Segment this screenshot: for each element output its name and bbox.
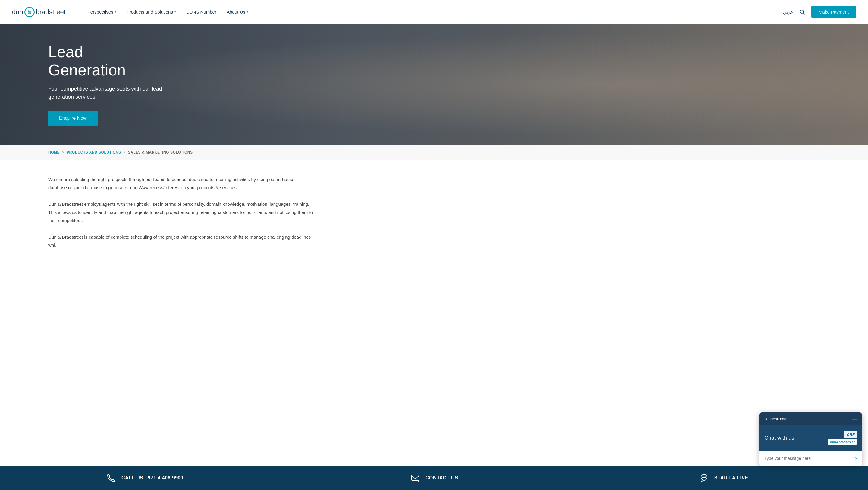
- search-icon: [799, 9, 805, 15]
- hero-content: Lead Generation Your competitive advanta…: [0, 43, 211, 126]
- hero-subtitle: Your competitive advantage starts with o…: [48, 85, 163, 101]
- navbar-left: dun & bradstreet Perspectives ▾ Products…: [12, 6, 252, 18]
- make-payment-button[interactable]: Make Payment: [811, 6, 856, 18]
- nav-about-us[interactable]: About Us ▾: [223, 6, 252, 18]
- logo-bradstreet: bradstreet: [36, 8, 66, 16]
- svg-point-0: [800, 10, 804, 13]
- content-paragraph-3: Dun & Bradstreet is capable of complete …: [48, 233, 313, 249]
- arabic-link[interactable]: عربي: [783, 9, 793, 15]
- content-paragraph-1: We ensure selecting the right prospects …: [48, 175, 313, 192]
- hero-section: Lead Generation Your competitive advanta…: [0, 24, 868, 145]
- chevron-down-icon: ▾: [174, 10, 176, 14]
- breadcrumb-home[interactable]: HOME: [48, 150, 60, 154]
- main-content: We ensure selecting the right prospects …: [0, 160, 362, 273]
- main-nav: Perspectives ▾ Products and Solutions ▾ …: [84, 6, 252, 18]
- nav-products-solutions[interactable]: Products and Solutions ▾: [123, 6, 180, 18]
- breadcrumb-products[interactable]: PRODUCTS AND SOLUTIONS: [67, 150, 121, 154]
- content-paragraph-2: Dun & Bradstreet employs agents with the…: [48, 200, 313, 225]
- chevron-down-icon: ▾: [115, 10, 116, 14]
- chevron-down-icon: ▾: [247, 10, 248, 14]
- navbar: dun & bradstreet Perspectives ▾ Products…: [0, 0, 868, 24]
- breadcrumb-current: SALES & MARKETING SOLUTIONS: [128, 150, 193, 154]
- svg-line-1: [803, 13, 805, 15]
- breadcrumb: HOME > PRODUCTS AND SOLUTIONS > SALES & …: [0, 145, 868, 160]
- breadcrumb-sep-1: >: [62, 150, 64, 154]
- hero-title: Lead Generation: [48, 43, 163, 79]
- navbar-right: عربي Make Payment: [783, 6, 856, 18]
- logo-dun: dun: [12, 8, 23, 16]
- logo-ampersand: &: [24, 7, 35, 17]
- enquire-now-button[interactable]: Enquire Now: [48, 111, 98, 126]
- breadcrumb-sep-2: >: [124, 150, 126, 154]
- search-button[interactable]: [799, 9, 805, 15]
- logo[interactable]: dun & bradstreet: [12, 7, 66, 17]
- nav-duns-number[interactable]: DUNS Number: [183, 6, 220, 18]
- nav-perspectives[interactable]: Perspectives ▾: [84, 6, 120, 18]
